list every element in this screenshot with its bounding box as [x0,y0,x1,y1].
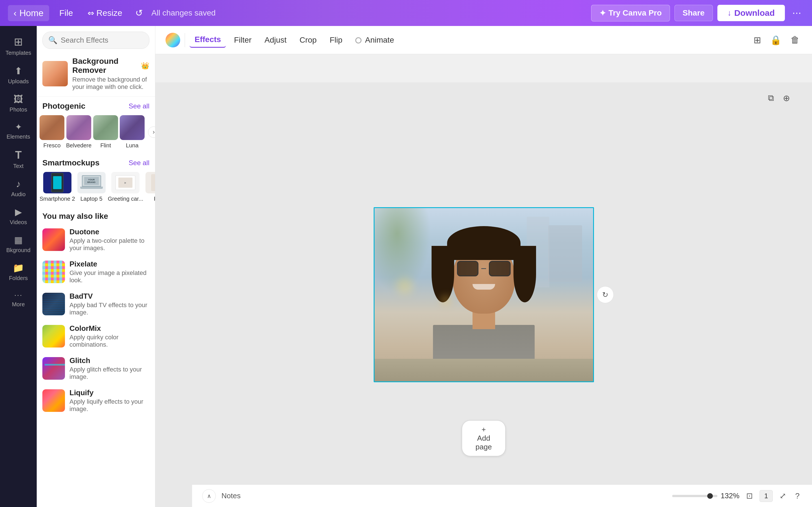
badtv-description: Apply bad TV effects to your image. [69,301,149,316]
filters-next-button[interactable]: › [148,126,155,138]
effect-colormix[interactable]: ColorMix Apply quirky color combinations… [37,320,155,352]
download-button[interactable]: ↓ Download [717,5,785,21]
toolbar-separator [185,33,185,47]
bottom-bar: ∧ Notes 132% ⊡ 1 ⤢ ? [192,485,812,507]
filter-flint[interactable]: Flint [93,115,118,149]
share-button[interactable]: Share [674,5,713,21]
sidebar-item-uploads[interactable]: ⬆ Uploads [0,61,37,89]
duotone-thumbnail [42,228,65,251]
share-label: Share [683,8,705,17]
background-remover-item[interactable]: Background Remover 👑 Remove the backgrou… [37,53,155,97]
fran-thumbnail [146,172,155,193]
filter-belvedere[interactable]: Belvedere [66,115,92,149]
sidebar-item-templates[interactable]: ⊞ Templates [0,32,37,60]
bg-remover-title: Background Remover 👑 [72,57,149,75]
mockup-greeting-card[interactable]: ▶ Greeting car... [108,172,144,202]
effect-duotone[interactable]: Duotone Apply a two-color palette to you… [37,224,155,256]
refresh-button[interactable]: ↻ [597,286,614,303]
lock-icon-btn[interactable]: 🔒 [768,33,784,48]
file-button[interactable]: File [55,5,77,20]
videos-icon: ▶ [15,207,22,217]
templates-label: Templates [5,50,31,56]
sidebar-item-background[interactable]: ▦ Bkground [0,231,37,258]
glitch-info: Glitch Apply glitch effects to your imag… [69,356,149,381]
animate-toolbar-btn[interactable]: Animate [350,33,399,47]
mockup-fran[interactable]: Fran [146,172,155,202]
adjust-toolbar-btn[interactable]: Adjust [260,33,292,47]
uploads-icon: ⬆ [14,65,22,76]
text-label: Text [13,163,24,169]
sidebar-item-audio[interactable]: ♪ Audio [0,174,37,202]
smartmockups-see-all[interactable]: See all [129,159,149,167]
zoom-slider[interactable] [672,495,717,497]
mockup-smartphone2[interactable]: Smartphone 2 [40,172,75,202]
more-options-button[interactable]: ⋯ [790,5,804,21]
glitch-description: Apply glitch effects to your image. [69,366,149,381]
page-fit-btn[interactable]: ⊡ [744,489,755,503]
saved-indicator: All changes saved [151,8,216,17]
collapse-notes-btn[interactable]: ∧ [202,489,216,503]
background-label: Bkground [6,247,31,253]
home-button[interactable]: ‹ Home [8,5,49,21]
audio-label: Audio [11,191,25,198]
crop-toolbar-btn[interactable]: Crop [294,33,322,47]
try-pro-button[interactable]: ✦ Try Canva Pro [591,5,670,21]
effect-badtv[interactable]: BadTV Apply bad TV effects to your image… [37,288,155,320]
photogenic-see-all[interactable]: See all [129,102,149,110]
smartmockups-row: Smartphone 2 YOUR BRAND Lap [37,170,155,207]
liquify-info: Liquify Apply liquify effects to your im… [69,388,149,413]
search-icon: 🔍 [48,36,57,45]
flip-toolbar-btn[interactable]: Flip [325,33,347,47]
photos-icon: 🖼 [13,94,23,105]
sidebar-item-more[interactable]: ··· More [0,286,37,312]
color-picker[interactable] [165,33,180,47]
templates-icon: ⊞ [14,36,23,48]
sidebar-item-elements[interactable]: ✦ Elements [0,118,37,144]
glitch-title: Glitch [69,356,149,365]
photogenic-filters-row: Fresco Belvedere Flint [37,113,155,153]
add-page-button[interactable]: + Add page [462,420,506,456]
canvas-frame[interactable] [374,207,594,382]
try-pro-label: Try Canva Pro [609,8,662,17]
sidebar-item-text[interactable]: T Text [0,145,37,173]
fullscreen-btn[interactable]: ⤢ [777,489,788,503]
effect-pixelate[interactable]: Pixelate Give your image a pixelated loo… [37,256,155,288]
liquify-title: Liquify [69,388,149,397]
undo-button[interactable]: ↺ [132,5,146,21]
luna-label: Luna [126,142,139,149]
colormix-info: ColorMix Apply quirky color combinations… [69,324,149,348]
add-page-top-btn[interactable]: ⊕ [781,91,792,105]
duplicate-canvas-btn[interactable]: ⧉ [766,91,776,105]
crown-icon: ✦ [599,8,606,18]
more-icon: ··· [14,290,22,299]
flint-thumbnail [93,115,118,140]
photos-label: Photos [10,106,27,113]
search-input[interactable] [61,36,144,45]
main-layout: ⊞ Templates ⬆ Uploads 🖼 Photos ✦ Element… [0,26,812,507]
effect-glitch[interactable]: Glitch Apply glitch effects to your imag… [37,352,155,385]
bg-remover-description: Remove the background of your image with… [72,76,149,91]
badtv-info: BadTV Apply bad TV effects to your image… [69,292,149,316]
bg-remover-thumbnail [42,61,68,87]
pixelate-title: Pixelate [69,260,149,269]
effects-toolbar-btn[interactable]: Effects [190,32,226,48]
filter-fresco[interactable]: Fresco [40,115,64,149]
effect-liquify[interactable]: Liquify Apply liquify effects to your im… [37,385,155,417]
sidebar-item-videos[interactable]: ▶ Videos [0,203,37,229]
grid-icon-btn[interactable]: ⊞ [751,33,763,48]
trash-icon-btn[interactable]: 🗑 [788,33,802,47]
sidebar-item-folders[interactable]: 📁 Folders [0,259,37,285]
animate-circle-icon [355,37,362,44]
download-label: Download [734,8,775,18]
filter-toolbar-btn[interactable]: Filter [229,33,257,47]
mockup-laptop5[interactable]: YOUR BRAND Laptop 5 [77,172,106,202]
topbar: ‹ Home File ⇔ Resize ↺ All changes saved… [0,0,812,26]
help-btn[interactable]: ? [793,489,802,503]
search-box-wrap: 🔍 [37,26,155,53]
home-label: Home [19,8,44,18]
pixelate-thumbnail [42,261,65,283]
sidebar-item-photos[interactable]: 🖼 Photos [0,90,37,117]
resize-button[interactable]: ⇔ Resize [83,5,127,20]
canvas-container: ↻ [374,207,594,382]
filter-luna[interactable]: Luna [120,115,145,149]
